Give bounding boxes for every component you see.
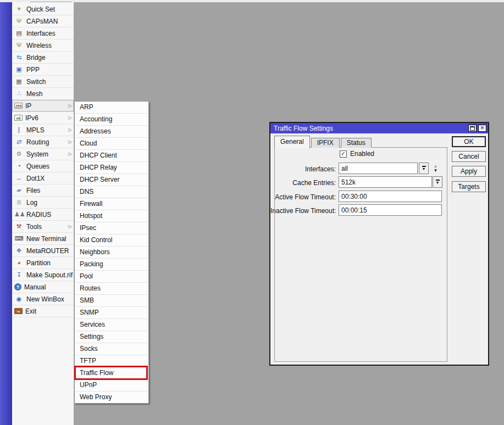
ip-submenu-item-traffic-flow[interactable]: Traffic Flow <box>75 367 148 379</box>
sidebar-item-manual[interactable]: ?Manual <box>12 281 74 293</box>
ip-submenu-item-cloud[interactable]: Cloud <box>75 138 148 150</box>
sidebar-item-label: Interfaces <box>26 30 56 37</box>
sidebar-item-tools[interactable]: ⚒Tools▷ <box>12 221 74 233</box>
ip-submenu-item-pool[interactable]: Pool <box>75 271 148 283</box>
sidebar-item-log[interactable]: ≣Log <box>12 197 74 209</box>
sidebar-item-label: Log <box>26 199 37 206</box>
sidebar-item-capsman[interactable]: ΨCAPsMAN <box>12 15 74 27</box>
sidebar-item-label: Wireless <box>26 42 52 49</box>
sidebar-item-partition[interactable]: ◕Partition <box>12 257 74 269</box>
submenu-item-label: Web Proxy <box>80 393 112 401</box>
new-terminal-icon: ⌨ <box>14 236 24 242</box>
sidebar-item-bridge[interactable]: ⇆Bridge <box>12 52 74 64</box>
sidebar-item-queues[interactable]: ◔Queues <box>12 160 74 172</box>
ip-submenu-item-settings[interactable]: Settings <box>75 331 148 343</box>
tab-ipfix[interactable]: IPFIX <box>311 138 340 148</box>
ip-submenu-item-arp[interactable]: ARP <box>75 102 148 114</box>
submenu-item-label: TFTP <box>80 357 96 365</box>
sidebar-item-switch[interactable]: ▦Switch <box>12 76 74 88</box>
ppp-icon: ▣ <box>14 66 24 72</box>
sidebar-item-dot1x[interactable]: ↔Dot1X <box>12 172 74 184</box>
sidebar-item-label: Tools <box>26 223 42 231</box>
submenu-item-label: IPsec <box>80 224 96 232</box>
apply-button[interactable]: Apply <box>452 166 486 177</box>
ip-submenu-item-tftp[interactable]: TFTP <box>75 355 148 367</box>
ip-submenu-item-addresses[interactable]: Addresses <box>75 126 148 138</box>
sidebar-item-label: Files <box>26 187 40 194</box>
ip-submenu-item-web-proxy[interactable]: Web Proxy <box>75 392 148 403</box>
sidebar-item-make-supout-rif[interactable]: ↧Make Supout.rif <box>12 269 74 281</box>
sidebar-item-files[interactable]: ▰Files <box>12 184 74 197</box>
partition-icon: ◕ <box>14 260 24 266</box>
submenu-arrow-icon: ▷ <box>69 139 72 144</box>
ip-submenu-item-dhcp-client[interactable]: DHCP Client <box>75 150 148 162</box>
dialog-titlebar[interactable]: Traffic Flow Settings ✕ <box>270 123 488 133</box>
targets-button[interactable]: Targets <box>452 181 486 192</box>
submenu-item-label: Hotspot <box>80 212 102 220</box>
titlebar-buttons: ✕ <box>467 125 486 132</box>
sidebar-item-ppp[interactable]: ▣PPP <box>12 64 74 76</box>
ip-icon: 255 <box>14 103 23 109</box>
ip-submenu-item-routes[interactable]: Routes <box>75 283 148 295</box>
sidebar-item-label: IP <box>25 102 31 110</box>
submenu-arrow-icon: ▷ <box>69 115 72 120</box>
sidebar-item-ipv6[interactable]: v6IPv6▷ <box>12 112 74 124</box>
sidebar-item-new-winbox[interactable]: ◉New WinBox <box>12 293 74 305</box>
sidebar-item-routing[interactable]: ⇄Routing▷ <box>12 136 74 148</box>
sidebar-item-label: Quick Set <box>26 5 55 13</box>
submenu-item-label: Kid Control <box>80 236 112 244</box>
capsman-icon: Ψ <box>14 18 24 24</box>
ip-submenu-item-dns[interactable]: DNS <box>75 186 148 198</box>
sidebar-item-wireless[interactable]: ΨWireless <box>12 40 74 52</box>
close-button[interactable]: ✕ <box>478 125 486 132</box>
submenu-item-label: Neighbors <box>80 248 110 256</box>
submenu-item-label: Traffic Flow <box>80 369 113 377</box>
ip-submenu-item-dhcp-server[interactable]: DHCP Server <box>75 174 148 186</box>
sidebar-item-label: IPv6 <box>25 114 38 122</box>
submenu-item-label: Addresses <box>80 127 111 135</box>
tab-status[interactable]: Status <box>341 138 372 148</box>
sidebar-item-system[interactable]: ⚙System▷ <box>12 148 74 160</box>
submenu-item-label: Socks <box>80 345 98 353</box>
sidebar-item-new-terminal[interactable]: ⌨New Terminal <box>12 233 74 245</box>
sidebar-item-mpls[interactable]: ∥MPLS▷ <box>12 124 74 136</box>
sidebar-item-label: New WinBox <box>26 295 64 303</box>
system-icon: ⚙ <box>14 151 24 157</box>
maximize-button[interactable] <box>468 125 477 132</box>
traffic-flow-settings-dialog: Traffic Flow Settings ✕ General IPFIX St… <box>269 122 489 366</box>
ip-submenu-item-hotspot[interactable]: Hotspot <box>75 210 148 222</box>
ok-button[interactable]: OK <box>452 136 486 147</box>
ip-submenu-item-packing[interactable]: Packing <box>75 259 148 271</box>
routing-icon: ⇄ <box>14 139 24 145</box>
ip-submenu-item-services[interactable]: Services <box>75 319 148 331</box>
sidebar-item-interfaces[interactable]: ▤Interfaces <box>12 27 74 40</box>
ip-submenu-item-neighbors[interactable]: Neighbors <box>75 247 148 259</box>
cancel-button[interactable]: Cancel <box>452 151 486 162</box>
sidebar-item-label: Mesh <box>26 90 42 98</box>
tools-icon: ⚒ <box>14 223 24 230</box>
winbox-app: { "colors": { "canvas": "#a2a2a2", "titl… <box>0 0 504 425</box>
sidebar-item-label: System <box>26 150 48 158</box>
cropped-toolbar-strip <box>0 0 504 2</box>
ip-submenu-item-ipsec[interactable]: IPsec <box>75 222 148 234</box>
ip-submenu-item-socks[interactable]: Socks <box>75 343 148 355</box>
bridge-icon: ⇆ <box>14 54 24 60</box>
ip-submenu-item-kid-control[interactable]: Kid Control <box>75 234 148 247</box>
radius-icon: ♟♟ <box>14 211 24 217</box>
sidebar-item-metarouter[interactable]: ❖MetaROUTER <box>12 245 74 257</box>
sidebar-item-mesh[interactable]: ∴Mesh <box>12 88 74 100</box>
submenu-item-label: SMB <box>80 297 94 304</box>
sidebar-item-radius[interactable]: ♟♟RADIUS <box>12 209 74 221</box>
ipv6-icon: v6 <box>14 115 23 121</box>
submenu-item-label: Routes <box>80 284 101 292</box>
sidebar-item-ip[interactable]: 255IP▷ <box>12 100 74 112</box>
tab-general[interactable]: General <box>274 136 310 148</box>
sidebar-item-quick-set[interactable]: ✶Quick Set <box>12 3 74 15</box>
ip-submenu-item-firewall[interactable]: Firewall <box>75 198 148 210</box>
ip-submenu-item-dhcp-relay[interactable]: DHCP Relay <box>75 162 148 174</box>
ip-submenu-item-accounting[interactable]: Accounting <box>75 114 148 126</box>
ip-submenu-item-snmp[interactable]: SNMP <box>75 307 148 319</box>
ip-submenu-item-upnp[interactable]: UPnP <box>75 379 148 392</box>
ip-submenu-item-smb[interactable]: SMB <box>75 295 148 307</box>
sidebar-item-exit[interactable]: ↪Exit <box>12 305 74 317</box>
